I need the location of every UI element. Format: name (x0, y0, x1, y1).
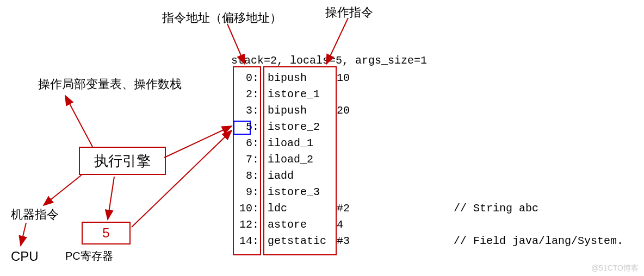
arrow-engine-to-current-instruction (164, 126, 232, 158)
box-pc-register: 5 (82, 222, 131, 244)
bytecode-addr: 7: (231, 153, 261, 166)
label-cpu: CPU (11, 249, 39, 264)
bytecode-addr: 14: (231, 235, 261, 247)
label-machine-instruction: 机器指令 (11, 206, 59, 223)
bytecode-opcode: getstatic (261, 235, 335, 247)
arrow-machine-to-cpu (21, 223, 26, 246)
label-instruction-address: 指令地址（偏移地址） (162, 10, 282, 26)
bytecode-opcode: bipush (261, 72, 335, 84)
arrow-engine-to-pc (108, 177, 114, 219)
box-execution-engine: 执行引擎 (79, 147, 166, 175)
watermark: @51CTO博客 (591, 264, 639, 273)
bytecode-row: 14: getstatic #3 // Field java/lang/Syst… (231, 233, 623, 249)
bytecode-row: 2: istore_1 (231, 86, 623, 102)
bytecode-opcode: astore (261, 218, 335, 231)
bytecode-addr: 5: (231, 121, 261, 133)
bytecode-opcode: istore_1 (261, 88, 335, 101)
bytecode-operand: 20 (335, 104, 451, 117)
bytecode-addr: 8: (231, 170, 261, 182)
bytecode-row: 9: istore_3 (231, 184, 623, 200)
bytecode-operand: 4 (335, 218, 451, 231)
bytecode-row: 6: iload_1 (231, 135, 623, 151)
bytecode-comment: // String abc (451, 202, 538, 215)
bytecode-addr: 10: (231, 202, 261, 215)
bytecode-row: 0: bipush 10 (231, 70, 623, 86)
bytecode-row: 10: ldc #2 // String abc (231, 200, 623, 216)
arrow-pc-to-current-instruction (132, 130, 232, 227)
bytecode-addr: 0: (231, 72, 261, 84)
bytecode-row: 8: iadd (231, 167, 623, 184)
bytecode-addr: 6: (231, 137, 261, 149)
bytecode-opcode: istore_3 (261, 186, 335, 198)
bytecode-header: stack=2, locals=5, args_size=1 (231, 54, 623, 67)
bytecode-addr: 9: (231, 186, 261, 198)
bytecode-operand: #3 (335, 235, 451, 247)
arrow-engine-to-machine (44, 175, 82, 205)
bytecode-row: 3: bipush 20 (231, 102, 623, 118)
bytecode-rows: 0: bipush 10 2: istore_1 3: bipush 20 5:… (231, 70, 623, 249)
bytecode-addr: 3: (231, 104, 261, 117)
bytecode-opcode: iload_1 (261, 137, 335, 149)
bytecode-opcode: iadd (261, 170, 335, 182)
bytecode-listing: stack=2, locals=5, args_size=1 0: bipush… (231, 54, 623, 249)
bytecode-row: 7: iload_2 (231, 151, 623, 167)
bytecode-operand: #2 (335, 202, 451, 215)
label-stack-ops: 操作局部变量表、操作数栈 (38, 76, 182, 92)
label-opcode: 操作指令 (325, 4, 373, 21)
label-pc-register: PC寄存器 (65, 249, 113, 264)
bytecode-opcode: iload_2 (261, 153, 335, 166)
bytecode-row: 12: astore 4 (231, 216, 623, 233)
bytecode-operand: 10 (335, 72, 451, 84)
bytecode-opcode: bipush (261, 104, 335, 117)
bytecode-opcode: istore_2 (261, 121, 335, 133)
bytecode-row: 5: istore_2 (231, 118, 623, 135)
bytecode-comment: // Field java/lang/System. (451, 235, 623, 247)
bytecode-addr: 2: (231, 88, 261, 101)
arrow-engine-to-stack (65, 96, 92, 147)
bytecode-addr: 12: (231, 218, 261, 231)
bytecode-opcode: ldc (261, 202, 335, 215)
